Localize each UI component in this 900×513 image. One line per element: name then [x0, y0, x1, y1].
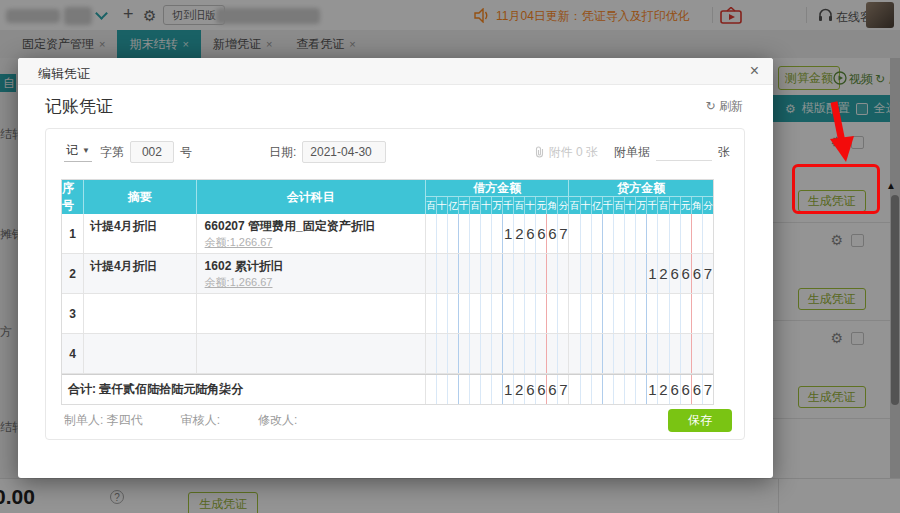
modal-header: 编辑凭证 ×	[18, 58, 773, 85]
receipt-count-input[interactable]	[656, 143, 712, 161]
row-debit-amount[interactable]	[426, 294, 570, 333]
total-label: 合计: 壹仟贰佰陆拾陆元陆角柒分	[62, 375, 426, 404]
digit-column-header: 元	[536, 197, 547, 214]
amount-digit-cell	[558, 334, 568, 373]
amount-digit-cell	[426, 214, 437, 253]
amount-digit-cell	[437, 334, 448, 373]
amount-digit-cell	[670, 294, 681, 333]
amount-digit-cell	[481, 294, 492, 333]
amount-digit-cell	[525, 334, 536, 373]
amount-digit-cell	[647, 294, 658, 333]
date-input[interactable]: 2021-04-30	[302, 141, 386, 163]
amount-digit-cell	[569, 375, 580, 404]
amount-digit-cell	[569, 334, 580, 373]
amount-digit-cell	[481, 214, 492, 253]
col-credit-header: 贷方金额 百十亿千百十万千百十元角分	[569, 180, 713, 214]
amount-digit-cell	[492, 334, 503, 373]
amount-digit-cell	[636, 334, 647, 373]
row-debit-amount[interactable]	[426, 334, 570, 373]
amount-digit-cell	[592, 294, 603, 333]
amount-digit-cell	[492, 294, 503, 333]
amount-digit-cell	[636, 375, 647, 404]
voucher-title: 记账凭证	[45, 95, 113, 118]
amount-digit-cell	[681, 334, 692, 373]
row-seq: 2	[62, 254, 84, 293]
amount-digit-cell	[647, 334, 658, 373]
digit-column-header: 千	[603, 197, 614, 214]
save-button[interactable]: 保存	[668, 409, 732, 432]
receipt-unit-label: 张	[718, 144, 730, 161]
amount-digit-cell	[647, 214, 658, 253]
amount-digit-cell	[536, 254, 547, 293]
amount-digit-cell	[692, 214, 703, 253]
attachment-info[interactable]: 附件 0 张	[534, 144, 598, 161]
amount-digit-cell	[536, 334, 547, 373]
amount-digit-cell	[437, 294, 448, 333]
amount-digit-cell	[503, 294, 514, 333]
amount-digit-cell: 2	[514, 214, 525, 253]
amount-digit-cell: 6	[525, 214, 536, 253]
amount-digit-cell	[625, 294, 636, 333]
voucher-footer: 制单人: 李四代 审核人: 修改人:	[64, 412, 297, 429]
row-credit-amount[interactable]	[569, 294, 713, 333]
account-balance: 余额:1,266.67	[205, 235, 417, 250]
account-balance: 余额:1,266.67	[205, 275, 417, 290]
amount-digit-cell	[481, 254, 492, 293]
amount-digit-cell: 6	[536, 375, 547, 404]
amount-digit-cell	[514, 254, 525, 293]
close-icon[interactable]: ×	[750, 62, 759, 80]
amount-digit-cell	[658, 214, 669, 253]
voucher-number-input[interactable]: 002	[130, 141, 174, 163]
row-debit-amount[interactable]: 126667	[426, 214, 570, 253]
table-header: 序号 摘要 会计科目 借方金额 百十亿千百十万千百十元角分 贷方金额 百十亿千百…	[62, 180, 713, 214]
digit-column-header: 百	[514, 197, 525, 214]
amount-digit-cell: 1	[647, 375, 658, 404]
digit-column-header: 百	[470, 197, 481, 214]
row-summary-cell[interactable]: 计提4月折旧	[84, 214, 197, 253]
row-account-cell[interactable]: 1602 累计折旧余额:1,266.67	[197, 254, 426, 293]
row-debit-amount[interactable]	[426, 254, 570, 293]
amount-digit-cell	[603, 214, 614, 253]
amount-digit-cell	[448, 375, 459, 404]
amount-digit-cell	[426, 254, 437, 293]
amount-digit-cell	[692, 294, 703, 333]
amount-digit-cell	[470, 254, 481, 293]
digit-column-header: 十	[437, 197, 448, 214]
row-account-cell[interactable]	[197, 334, 426, 373]
amount-digit-cell	[614, 334, 625, 373]
modal-refresh-link[interactable]: ↻ 刷新	[706, 98, 743, 115]
digit-column-header: 分	[558, 197, 568, 214]
number-unit-label: 号	[180, 144, 192, 161]
digit-column-header: 十	[481, 197, 492, 214]
row-summary-cell[interactable]	[84, 294, 197, 333]
col-account-header: 会计科目	[197, 180, 426, 214]
red-highlight-box	[792, 164, 880, 214]
row-account-cell[interactable]: 660207 管理费用_固定资产折旧余额:1,266.67	[197, 214, 426, 253]
voucher-table: 序号 摘要 会计科目 借方金额 百十亿千百十万千百十元角分 贷方金额 百十亿千百…	[61, 179, 714, 405]
amount-digit-cell	[448, 254, 459, 293]
digit-column-header: 十	[525, 197, 536, 214]
amount-digit-cell	[592, 214, 603, 253]
amount-digit-cell	[525, 254, 536, 293]
amount-digit-cell	[459, 254, 470, 293]
amount-digit-cell: 6	[547, 214, 558, 253]
amount-digit-cell	[492, 254, 503, 293]
amount-digit-cell	[525, 294, 536, 333]
amount-digit-cell: 6	[670, 375, 681, 404]
amount-digit-cell: 6	[681, 375, 692, 404]
voucher-word-select[interactable]: 记▼	[64, 142, 92, 162]
row-account-cell[interactable]	[197, 294, 426, 333]
amount-digit-cell	[459, 294, 470, 333]
row-credit-amount[interactable]	[569, 334, 713, 373]
row-credit-amount[interactable]: 126667	[569, 254, 713, 293]
row-summary-cell[interactable]: 计提4月折旧	[84, 254, 197, 293]
digit-column-header: 十	[625, 197, 636, 214]
amount-digit-cell	[592, 375, 603, 404]
row-summary-cell[interactable]	[84, 334, 197, 373]
total-debit-amount: 126667	[426, 375, 570, 404]
amount-digit-cell	[547, 254, 558, 293]
amount-digit-cell: 2	[514, 375, 525, 404]
amount-digit-cell	[547, 294, 558, 333]
row-credit-amount[interactable]	[569, 214, 713, 253]
total-credit-amount: 126667	[569, 375, 713, 404]
